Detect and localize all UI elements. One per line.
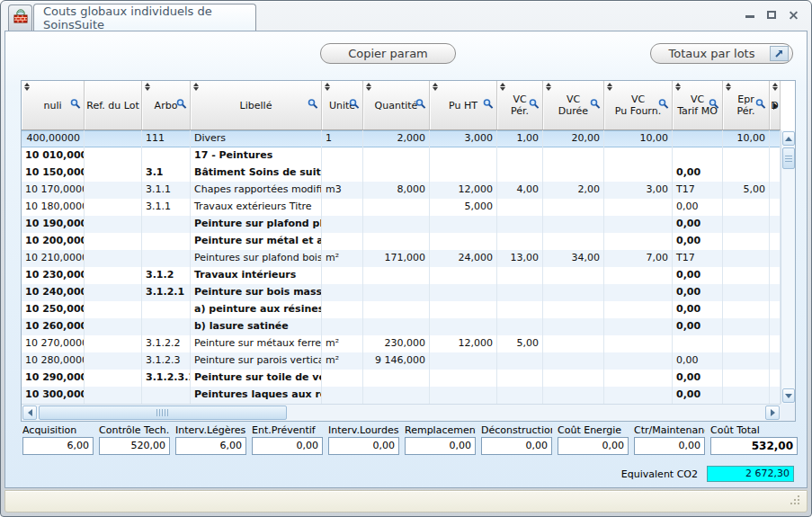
cell-epr_per: 10,00 <box>723 130 770 147</box>
table-row[interactable]: 10 260,00000b) lasure satinée0,00 <box>22 318 781 335</box>
cell-unite <box>322 199 363 216</box>
totaux-par-lots-button[interactable]: Totaux par lots <box>650 43 793 64</box>
cell-pu_ht <box>430 301 497 318</box>
column-header-epr_per[interactable]: Epr Pér. <box>723 81 770 129</box>
column-header-d_partial[interactable]: D <box>770 81 781 129</box>
table-row[interactable]: 10 290,000003.1.2.3.1Peinture sur toile … <box>22 370 781 387</box>
table-row[interactable]: 400,00000111Divers12,0003,0001,0020,0010… <box>22 130 781 147</box>
table-row[interactable]: 10 250,00000a) peinture aux résines ac0,… <box>22 301 781 318</box>
vertical-scroll-thumb[interactable] <box>782 147 795 169</box>
cell-pu_ht <box>430 147 497 165</box>
cell-ref <box>85 352 142 370</box>
column-header-ref[interactable]: Ref. du Lot <box>85 81 142 129</box>
cell-arbo: 3.1 <box>142 165 191 182</box>
cell-vc_duree <box>543 233 604 250</box>
column-header-nuli[interactable]: nuli <box>22 81 85 129</box>
search-icon[interactable] <box>415 99 426 112</box>
vertical-scrollbar[interactable] <box>781 130 795 404</box>
cell-d_partial <box>770 216 781 233</box>
table-row[interactable]: 10 280,000003.1.2.3Peinture sur parois v… <box>22 352 781 370</box>
column-header-arbo[interactable]: Arbo <box>142 81 191 129</box>
cell-pu_ht <box>430 387 497 404</box>
cell-ref <box>85 370 142 387</box>
table-row[interactable]: 10 010,0000017 - Peintures <box>22 147 781 165</box>
cell-libelle: Peinture sur bois massif, c <box>191 284 322 301</box>
search-icon[interactable] <box>709 99 719 112</box>
search-icon[interactable] <box>755 99 766 112</box>
field-value-co-t-energie[interactable]: 0,00 <box>558 437 629 455</box>
copier-param-button[interactable]: Copier param <box>320 43 456 64</box>
field-value-d-construction[interactable]: 0,00 <box>481 437 552 455</box>
field-value-ent-pr-ventif[interactable]: 0,00 <box>252 437 323 455</box>
column-header-unite[interactable]: Unité <box>322 81 363 129</box>
resize-grip-icon[interactable] <box>790 495 801 506</box>
search-icon[interactable] <box>308 99 318 112</box>
cell-vc_duree <box>543 387 604 404</box>
table-row[interactable]: 10 200,00000Peinture sur métal et assimi… <box>22 233 781 250</box>
search-icon[interactable] <box>70 99 81 112</box>
field-value-remplacement[interactable]: 0,00 <box>405 437 476 455</box>
table-row[interactable]: 10 210,00000Peintures sur plafond boism²… <box>22 250 781 267</box>
column-label: Epr Pér. <box>736 94 754 117</box>
horizontal-scroll-thumb[interactable] <box>39 406 287 420</box>
cell-vc_pu_fourn <box>604 301 673 318</box>
cell-arbo: 3.1.2 <box>142 267 191 284</box>
cell-epr_per <box>723 370 770 387</box>
home-tab-button[interactable] <box>8 4 32 31</box>
cell-pu_ht <box>430 267 497 284</box>
cell-libelle: Peinture sur plafond plâtre <box>191 216 322 233</box>
scroll-down-button[interactable] <box>782 388 795 403</box>
cell-d_partial <box>770 182 781 199</box>
field-value-interv-lourdes[interactable]: 0,00 <box>328 437 399 455</box>
column-label: VC Durée <box>558 94 588 117</box>
cell-vc_duree: 2,00 <box>543 182 604 199</box>
search-icon[interactable] <box>590 99 601 112</box>
cell-libelle: Travaux extérieurs Titre <box>191 199 322 216</box>
column-header-vc_duree[interactable]: VC Durée <box>543 81 604 129</box>
table-row[interactable]: 10 230,000003.1.2Travaux intérieurs0,00 <box>22 267 781 284</box>
field-value-ctr-maintenance[interactable]: 0,00 <box>634 437 705 455</box>
cell-ref <box>85 284 142 301</box>
scroll-up-button[interactable] <box>782 131 795 146</box>
search-icon[interactable] <box>349 99 360 112</box>
restore-button[interactable] <box>765 9 779 21</box>
tab-couts-globaux[interactable]: Couts globaux individuels de SoinsSuite <box>33 4 256 31</box>
column-header-vc_per[interactable]: VC Pér. <box>497 81 543 129</box>
table-row[interactable]: 10 270,000003.1.2.2Peinture sur métaux f… <box>22 335 781 352</box>
close-button[interactable] <box>787 9 800 21</box>
column-header-vc_tarif_mo[interactable]: VC Tarif MO <box>673 81 723 129</box>
cell-arbo <box>142 216 191 233</box>
field-value-co-t-total[interactable]: 532,00 <box>710 437 798 455</box>
field-value-acquisition[interactable]: 6,00 <box>22 437 94 455</box>
cell-nuli: 10 250,00000 <box>22 301 85 318</box>
cell-libelle: b) lasure satinée <box>191 318 322 335</box>
column-header-pu_ht[interactable]: Pu HT <box>430 81 497 129</box>
co2-value-field[interactable]: 2 672,30 <box>707 466 794 482</box>
search-icon[interactable] <box>483 99 494 112</box>
cell-vc_tarif_mo: 0,00 <box>673 233 723 250</box>
field-value-interv-l-g-res[interactable]: 6,00 <box>175 437 246 455</box>
search-icon[interactable] <box>658 99 669 112</box>
search-icon[interactable] <box>176 99 187 112</box>
horizontal-scrollbar[interactable] <box>22 404 781 421</box>
scroll-left-button[interactable] <box>22 406 37 420</box>
column-header-quantite[interactable]: Quantité <box>363 81 430 129</box>
minimize-button[interactable] <box>744 9 757 21</box>
cell-vc_pu_fourn <box>604 267 673 284</box>
column-label: VC Pér. <box>511 94 529 117</box>
table-row[interactable]: 10 170,000003.1.1Chapes rapportées modif… <box>22 182 781 199</box>
column-header-vc_pu_fourn[interactable]: VC Pu Fourn. <box>604 81 673 129</box>
cell-libelle: Peinture sur métal et assimilé <box>191 233 322 250</box>
scroll-right-button[interactable] <box>765 406 780 420</box>
table-row[interactable]: 10 180,000003.1.1Travaux extérieurs Titr… <box>22 199 781 216</box>
sort-icon <box>500 83 505 91</box>
total-field-remplacement: Remplacement0,00 <box>405 424 476 455</box>
table-row[interactable]: 10 190,00000Peinture sur plafond plâtre0… <box>22 216 781 233</box>
table-row[interactable]: 10 300,00000Peintures laques aux résines… <box>22 387 781 404</box>
sort-icon <box>433 83 438 91</box>
search-icon[interactable] <box>529 99 540 112</box>
table-row[interactable]: 10 240,000003.1.2.1Peinture sur bois mas… <box>22 284 781 301</box>
table-row[interactable]: 10 150,000003.1Bâtiment Soins de suite0,… <box>22 165 781 182</box>
column-header-libelle[interactable]: Libellé <box>191 81 322 129</box>
field-value-contr-le-tech-[interactable]: 520,00 <box>99 437 170 455</box>
